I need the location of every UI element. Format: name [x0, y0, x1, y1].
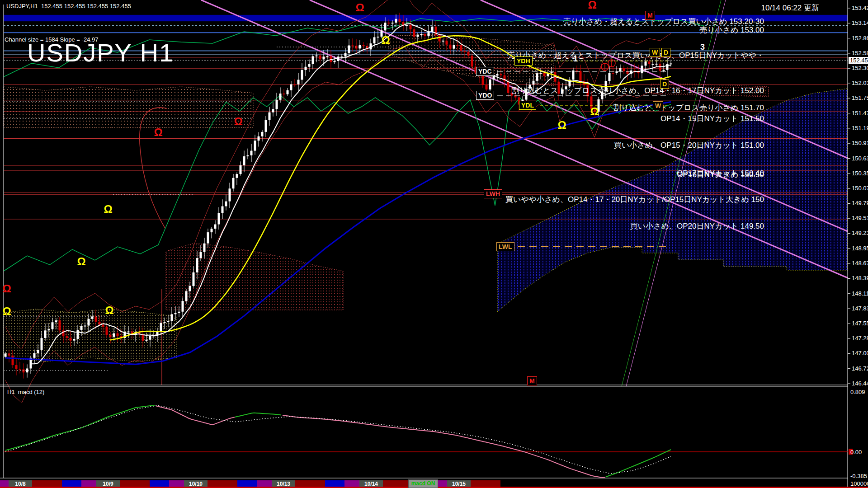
reversal-arrow-icon: Ω — [557, 120, 566, 130]
level-badge-d: D — [660, 80, 669, 89]
macd-indicator-label: H1 macd (12) — [7, 389, 44, 395]
macd-axis-label: 0.809 — [850, 389, 865, 395]
price-axis-label: 153.425 — [852, 5, 868, 11]
reversal-arrow-icon: Ω — [234, 117, 242, 127]
price-axis-label: 150.630 — [852, 155, 868, 162]
last-update-timestamp: 10/14 06:22 更新 — [761, 3, 819, 13]
price-axis-label: 148.395 — [852, 275, 868, 282]
price-axis-label: 149.515 — [852, 215, 868, 221]
reversal-arrow-icon: Ω — [104, 204, 112, 214]
wave-count-label: 1 — [573, 54, 578, 64]
trade-note-annotation: OP14・15日NYカット 151.50 — [660, 113, 764, 124]
level-badge-w: W — [650, 48, 660, 57]
reversal-arrow-icon: Ω — [590, 107, 599, 117]
price-axis-label: 151.470 — [852, 110, 868, 117]
price-axis-label: 150.350 — [852, 170, 868, 177]
reversal-arrow-icon: Ω — [588, 0, 596, 10]
current-price-tag: 152.455 — [849, 57, 868, 64]
macd-axis-label: 0.00 — [850, 449, 862, 455]
date-axis-label: 10/9 — [103, 481, 113, 487]
reversal-arrow-icon: Ω — [381, 35, 390, 45]
level-badge-ydh: YDH — [514, 56, 533, 66]
price-axis-label: 150.070 — [852, 185, 868, 192]
price-axis-label: 147.000 — [852, 350, 868, 357]
reversal-arrow-icon: Ω — [355, 3, 364, 13]
price-axis-label: 152.305 — [852, 65, 868, 71]
price-axis-label: 153.145 — [852, 19, 868, 26]
macd-on-toggle[interactable]: macd ON — [408, 479, 438, 488]
trade-note-annotation: 売り小さめ・超えるとストップロス買い小さめ、OP15日NYカットやや・ — [507, 50, 764, 61]
level-badge-w: W — [653, 101, 663, 110]
trading-terminal-window: USDJPY,H1 152.455 152.455 152.455 152.45… — [0, 0, 868, 488]
reversal-arrow-icon: Ω — [105, 305, 113, 315]
trade-note-annotation: 割り込むとストップロス売り小さめ 151.70 — [613, 103, 764, 113]
price-axis-label: 146.720 — [852, 365, 868, 372]
price-axis-label: 149.235 — [852, 230, 868, 236]
price-chart-area[interactable] — [0, 0, 868, 488]
level-badge-lwh: LWH — [484, 189, 502, 198]
price-axis-label: 148.675 — [852, 260, 868, 267]
reversal-arrow-icon: Ω — [77, 257, 85, 267]
level-badge-m: M — [645, 11, 655, 20]
macd-axis-label: 100000 — [850, 480, 868, 487]
trade-note-annotation: 買い小さめ、OP20日NYカット 149.50 — [630, 221, 764, 231]
trade-note-annotation: 買いやや小さめ、OP14・17・20日NYカット/OP15日NYカット大きめ 1… — [505, 194, 764, 205]
level-badge-ydo: YDO — [476, 91, 494, 100]
trade-note-annotation: OP16日NY大きめ 150.50 — [677, 169, 764, 180]
reversal-arrow-icon: Ω — [2, 306, 11, 316]
trade-note-annotation: 売り小さめ 153.00 — [699, 25, 764, 35]
trade-note-annotation: 買い小さめ、OP15・20日NYカット 151.00 — [614, 140, 764, 150]
price-axis-label: 149.790 — [852, 200, 868, 206]
date-axis-label: 10/10 — [189, 481, 203, 487]
level-badge-d: D — [661, 48, 670, 57]
price-axis-label: 146.440 — [852, 380, 868, 387]
symbol-ohlc-readout: USDJPY,H1 152.455 152.455 152.455 152.45… — [6, 3, 131, 9]
macd-axis-label: -0.385 — [850, 473, 867, 479]
price-axis-label: 152.030 — [852, 80, 868, 86]
date-axis-label: 10/13 — [277, 481, 290, 487]
reversal-arrow-icon: Ω — [2, 284, 11, 294]
level-badge-ydl: YDL — [519, 101, 536, 110]
price-axis-label: 148.955 — [852, 245, 868, 252]
date-axis-label: 10/8 — [15, 481, 25, 487]
price-axis-label: 151.750 — [852, 94, 868, 101]
price-axis-label: 148.115 — [852, 290, 868, 297]
price-axis-label: 147.280 — [852, 335, 868, 342]
price-axis-label: 147.835 — [852, 305, 868, 312]
price-axis-label: 150.910 — [852, 140, 868, 146]
price-axis-label: 151.190 — [852, 125, 868, 131]
trade-note-annotation: 割り込むとストップロス売り小さめ、OP14・16・17日NYカット 152.00 — [511, 85, 764, 96]
reversal-arrow-icon: Ω — [154, 127, 162, 137]
date-axis-label: 10/15 — [452, 481, 466, 487]
date-axis-label: 10/14 — [364, 481, 378, 487]
chart-watermark: USDJPY H1 — [27, 38, 174, 67]
level-badge-m: M — [527, 376, 537, 385]
price-axis-label: 147.555 — [852, 320, 868, 327]
level-badge-ydc: YDC — [476, 67, 494, 76]
wave-count-label: 3 — [700, 42, 705, 52]
price-axis-label: 152.865 — [852, 35, 868, 42]
price-axis-label: 152.585 — [852, 50, 868, 56]
level-badge-lwl: LWL — [496, 242, 514, 251]
